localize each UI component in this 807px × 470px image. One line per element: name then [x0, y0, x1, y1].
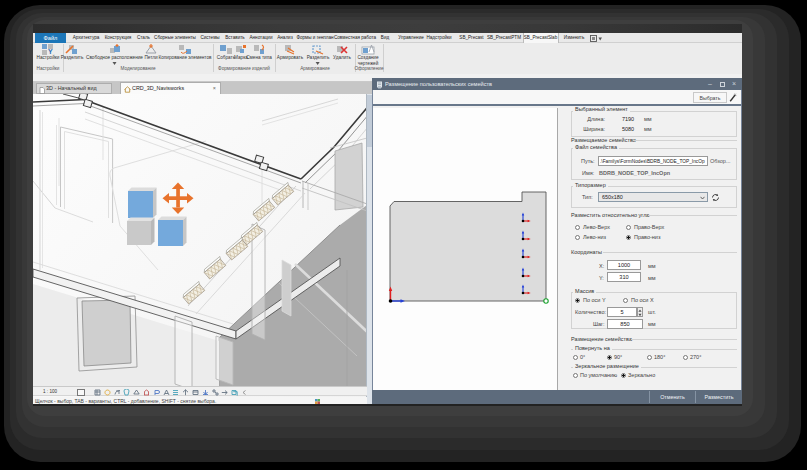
svg-text:Y: Y: [48, 48, 53, 55]
